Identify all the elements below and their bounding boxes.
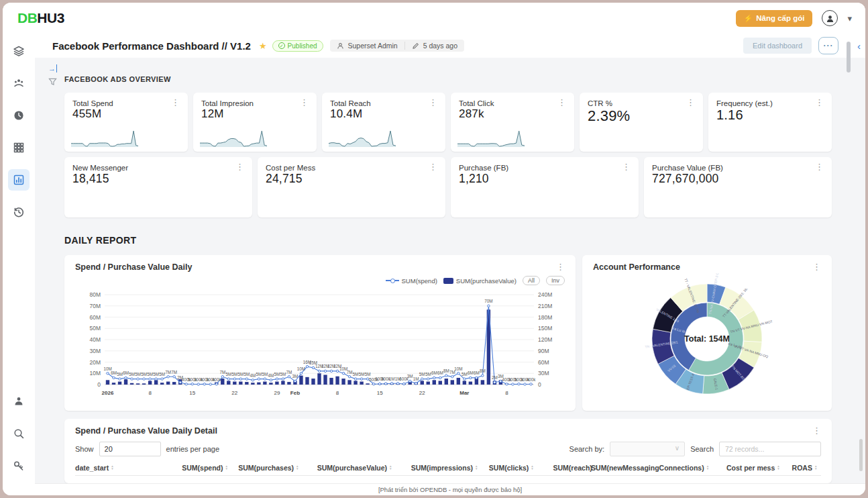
kebab-menu-icon[interactable] — [815, 99, 824, 106]
svg-text:2M: 2M — [492, 375, 498, 380]
column-header-sum-clicks[interactable]: SUM(clicks) — [478, 464, 533, 472]
column-header-roas[interactable]: ROAS — [780, 464, 818, 472]
sidebar-item-datasets[interactable] — [8, 137, 30, 158]
sidebar-item-search[interactable] — [8, 423, 30, 444]
svg-text:5M: 5M — [231, 372, 237, 377]
sidebar-item-dashboards[interactable] — [8, 169, 30, 191]
svg-text:8M: 8M — [443, 368, 449, 373]
kebab-menu-icon[interactable] — [812, 264, 821, 270]
legend-inv-button[interactable]: Inv — [546, 276, 565, 285]
column-header-sum-spend[interactable]: SUM(spend) — [150, 464, 228, 472]
kpi-title: Total Spend — [72, 99, 113, 107]
published-badge[interactable]: Published — [272, 40, 323, 52]
svg-text:30M: 30M — [89, 348, 101, 354]
svg-text:8: 8 — [505, 390, 508, 396]
sidebar-item-schedule[interactable] — [8, 105, 30, 126]
kebab-menu-icon[interactable] — [429, 164, 437, 170]
column-header-sum-purchases[interactable]: SUM(purchases) — [228, 464, 299, 472]
column-header-label: SUM(reach) — [553, 464, 592, 472]
kebab-menu-icon[interactable] — [622, 164, 631, 170]
favorite-star-icon[interactable] — [259, 40, 267, 52]
sidebar-item-history[interactable] — [8, 201, 30, 223]
kpi-card-header: New Messenger — [72, 164, 244, 172]
user-avatar[interactable] — [822, 10, 838, 26]
brand-logo[interactable]: DBHU3 — [17, 10, 64, 26]
legend-sum-spend[interactable]: SUM(spend) — [386, 277, 437, 285]
chevron-down-icon[interactable] — [847, 12, 852, 24]
vertical-scrollbar[interactable] — [847, 42, 851, 72]
sidebar-item-profile[interactable] — [8, 391, 30, 412]
column-header-label: SUM(spend) — [182, 464, 223, 472]
upgrade-button[interactable]: Nâng cấp gói — [736, 10, 813, 27]
column-header-cost-per-mess[interactable]: Cost per mess — [709, 464, 780, 472]
svg-text:6M: 6M — [437, 370, 443, 375]
table-search-input[interactable] — [719, 442, 821, 456]
sort-icon — [111, 465, 113, 470]
svg-text:7M: 7M — [347, 370, 353, 375]
table-scrollbar[interactable] — [859, 439, 863, 471]
kpi-sparkline — [71, 129, 138, 148]
kebab-menu-icon[interactable] — [557, 99, 566, 106]
svg-text:5M: 5M — [419, 372, 425, 377]
footer-note: [Phát triển bởi OPENDB - mọi quyền được … — [35, 483, 865, 495]
sidebar-item-layers[interactable] — [8, 40, 30, 62]
kebab-menu-icon[interactable] — [235, 164, 244, 170]
kebab-menu-icon[interactable] — [815, 164, 824, 170]
kebab-menu-icon[interactable] — [429, 99, 437, 106]
legend-all-button[interactable]: All — [523, 276, 540, 285]
legend-label-spend: SUM(spend) — [402, 277, 437, 285]
kpi-row-2: New Messenger18,415Cost per Mess24,715Pu… — [64, 157, 832, 217]
kpi-card-header: Total Reach — [330, 99, 437, 107]
spend-purchase-combo-chart[interactable]: 0010M30M20M60M30M90M40M120M50M150M60M180… — [75, 285, 565, 401]
sort-icon — [814, 465, 817, 470]
kebab-menu-icon[interactable] — [686, 99, 695, 106]
expand-filter-bar-icon[interactable] — [48, 64, 57, 72]
kpi-value: 727,670,000 — [652, 172, 719, 185]
kpi-card-purchase-fb: Purchase (FB)1,210 — [451, 157, 639, 217]
entries-per-page-input[interactable] — [99, 442, 161, 456]
column-header-label: date_start — [75, 464, 109, 472]
column-header-sum-newmessagingconnections[interactable]: SUM(newMessagingConnections) — [597, 464, 709, 472]
user-icon — [13, 395, 25, 407]
column-header-sum-purchasevalue[interactable]: SUM(purchaseValue) — [299, 464, 392, 472]
search-by-select[interactable] — [610, 442, 685, 456]
detail-table-title: Spend / Purchase Value Daily Detail — [75, 426, 217, 436]
svg-text:7M: 7M — [286, 370, 292, 375]
collapse-panel-icon[interactable] — [857, 40, 861, 52]
svg-text:5M: 5M — [129, 372, 135, 377]
kebab-menu-icon[interactable] — [171, 99, 180, 106]
kebab-menu-icon[interactable] — [812, 428, 821, 434]
key-icon — [13, 460, 25, 472]
column-header-date-start[interactable]: date_start — [75, 464, 150, 472]
edit-dashboard-button[interactable]: Edit dashboard — [743, 38, 812, 54]
column-header-sum-impressions[interactable]: SUM(impressions) — [392, 464, 478, 472]
filter-rail — [48, 64, 57, 89]
more-options-button[interactable] — [818, 37, 838, 54]
filter-funnel-icon[interactable] — [48, 77, 57, 89]
kpi-card-new-messenger: New Messenger18,415 — [64, 157, 252, 217]
sidebar-item-team[interactable] — [8, 72, 30, 94]
svg-text:6M: 6M — [468, 370, 474, 375]
column-header-sum-reach[interactable]: SUM(reach) — [534, 464, 598, 472]
kebab-menu-icon[interactable] — [300, 99, 309, 106]
table-header-row: date_startSUM(spend)SUM(purchases)SUM(pu… — [75, 464, 821, 476]
svg-text:6M: 6M — [123, 370, 129, 375]
svg-text:6M: 6M — [474, 370, 480, 375]
svg-text:15: 15 — [377, 390, 383, 396]
legend-sum-purchase-value[interactable]: SUM(purchaseValue) — [443, 277, 517, 285]
lightning-icon — [744, 14, 753, 23]
table-controls: Show entries per page Search by: Search — [75, 442, 821, 456]
kpi-card-total-reach: Total Reach10.4M — [322, 93, 445, 152]
kebab-menu-icon[interactable] — [556, 264, 565, 270]
kpi-row-1: Total Spend455MTotal Impresion12MTotal R… — [64, 93, 832, 152]
search-icon — [13, 428, 25, 440]
account-performance-donut-chart[interactable]: Cara Lu ia 02Chra Lu ia 05TN-NA VV-CHAM … — [593, 273, 821, 405]
kpi-card-header: Total Spend — [72, 99, 180, 107]
kpi-sparkline — [200, 129, 267, 148]
legend-label-purchase-value: SUM(purchaseValue) — [456, 277, 517, 285]
svg-text:60M: 60M — [89, 314, 101, 321]
sidebar-item-api-keys[interactable] — [8, 455, 30, 477]
svg-text:1M: 1M — [413, 377, 419, 381]
upgrade-button-label: Nâng cấp gói — [756, 14, 804, 22]
kpi-card-header: Purchase Value (FB) — [652, 164, 824, 172]
